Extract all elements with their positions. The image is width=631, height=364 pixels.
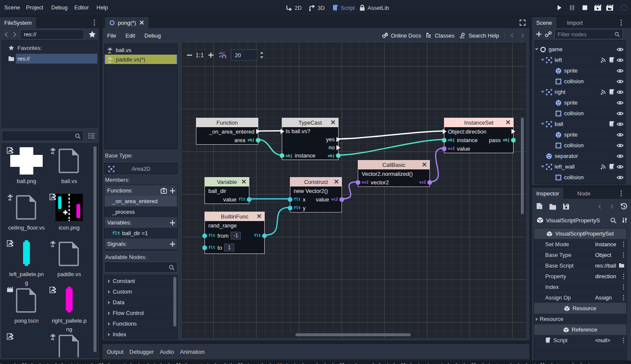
graph-node-function[interactable]: Function _on_area_entered area obj	[196, 118, 258, 145]
vec2-out-port[interactable]	[427, 180, 432, 185]
visualscript-graph-canvas[interactable]: 1:1 20 Function _on_area_entered area ob…	[182, 43, 526, 338]
mode-assetlib[interactable]: AssetLib	[359, 0, 389, 15]
script-icon[interactable]	[609, 57, 614, 63]
scene-tree-row[interactable]: left	[535, 55, 625, 65]
member-row[interactable]: flt _on_area_entered	[105, 196, 177, 207]
tab-filesystem[interactable]: FileSystem	[0, 17, 36, 28]
favorite-star-icon[interactable]	[88, 30, 96, 39]
node-category-row[interactable]: Data	[105, 297, 177, 308]
menu-project[interactable]: Project	[26, 0, 43, 15]
obj-out-port[interactable]	[511, 138, 516, 143]
mode-2d[interactable]: 2D	[286, 0, 302, 15]
collapse-arrow-icon[interactable]	[541, 123, 544, 125]
file-item[interactable]: vs ball.png	[5, 147, 48, 194]
to-value-input[interactable]: 1	[224, 244, 234, 251]
node-category-row[interactable]: Custom	[105, 286, 177, 297]
visibility-eye-icon[interactable]	[616, 121, 624, 127]
menu-help[interactable]: Help	[96, 0, 108, 15]
menu-debug[interactable]: Debug	[51, 0, 67, 15]
script-list-item[interactable]: vs paddle.vs(*)	[105, 55, 177, 64]
property-menu-icon[interactable]	[622, 241, 625, 248]
visibility-eye-icon[interactable]	[616, 143, 624, 149]
inspector-row[interactable]: Property direction	[534, 271, 626, 282]
script-menu-file[interactable]: File	[102, 32, 121, 39]
property-menu-icon[interactable]	[622, 252, 625, 258]
inspector-row[interactable]: Index	[534, 282, 626, 292]
res-root-row[interactable]: res://	[2, 53, 98, 64]
file-item[interactable]: vs left_pallete.png	[5, 240, 48, 287]
graph-horizontal-scrollbar[interactable]	[295, 333, 411, 336]
filter-nodes-input[interactable]: Filter nodes	[555, 29, 623, 39]
scene-tree-row[interactable]: collision	[535, 108, 625, 119]
visibility-eye-icon[interactable]	[616, 89, 624, 95]
flt-out-port[interactable]	[262, 233, 267, 238]
property-menu-icon[interactable]	[622, 273, 625, 280]
script-menu-edit[interactable]: Edit	[121, 32, 140, 39]
seq-out-port[interactable]	[256, 129, 260, 134]
visibility-eye-icon[interactable]	[616, 68, 624, 74]
script-history-forward-icon[interactable]	[520, 32, 525, 38]
script-menu-debug[interactable]: Debug	[140, 32, 165, 39]
scene-tree-row[interactable]: game	[535, 44, 625, 55]
scene-tree-row[interactable]: sprite	[535, 129, 625, 140]
property-tools-icon[interactable]	[622, 217, 628, 224]
path-input[interactable]: res://	[20, 29, 84, 40]
visibility-eye-icon[interactable]	[616, 57, 624, 63]
scene-tree-row[interactable]: sprite	[535, 97, 625, 108]
scene-tree-row[interactable]: sprite	[535, 65, 625, 76]
history-forward-icon[interactable]	[609, 204, 614, 210]
file-item[interactable]: vs	[5, 333, 48, 358]
graph-vertical-scrollbar[interactable]	[521, 118, 524, 214]
flt-in-port[interactable]	[202, 245, 207, 250]
flt-out-port[interactable]	[247, 197, 251, 202]
visibility-eye-icon[interactable]	[616, 100, 624, 106]
signal-icon[interactable]	[600, 89, 607, 95]
snap-toggle-icon[interactable]	[219, 52, 231, 59]
snap-value-input[interactable]: 20	[231, 50, 257, 61]
seq-in-port[interactable]	[443, 129, 447, 134]
scene-tree-row[interactable]: separator	[535, 151, 625, 161]
available-nodes-scrollbar[interactable]	[173, 277, 176, 326]
new-resource-icon[interactable]	[536, 203, 543, 210]
inspector-row[interactable]: Script <null>	[534, 335, 626, 346]
scene-tree-row[interactable]: collision	[535, 172, 625, 183]
add-node-icon[interactable]	[535, 31, 542, 38]
script-icon[interactable]	[609, 121, 614, 127]
pause-button[interactable]	[568, 3, 576, 12]
flt-in-port[interactable]	[288, 206, 292, 210]
visibility-eye-icon[interactable]	[616, 132, 624, 138]
scene-tree-row[interactable]: right	[535, 87, 625, 97]
override-function-icon[interactable]	[161, 188, 167, 194]
play-scene-button[interactable]	[593, 3, 602, 12]
file-item[interactable]: vs pong.tscn	[5, 287, 48, 334]
vec2-in-port[interactable]	[356, 180, 360, 185]
member-row[interactable]: flt Signals:	[105, 239, 177, 249]
visibility-eye-icon[interactable]	[616, 111, 624, 116]
script-list-item[interactable]: vs ball.vs	[105, 45, 177, 55]
obj-in-port[interactable]	[280, 153, 284, 158]
bottom-tab[interactable]: Output	[104, 349, 126, 355]
file-item[interactable]: vs	[48, 333, 91, 358]
node-category-row[interactable]: Functions	[105, 318, 177, 329]
close-node-icon[interactable]: ✕	[505, 119, 511, 126]
add-member-icon[interactable]	[169, 220, 175, 226]
zoom-reset-button[interactable]: 1:1	[196, 52, 207, 58]
inspector-row[interactable]: Set Mode Instance	[534, 239, 626, 250]
inspector-row[interactable]: Resource	[534, 314, 626, 324]
visibility-eye-icon[interactable]	[616, 79, 624, 84]
close-node-icon[interactable]: ✕	[421, 161, 428, 168]
play-custom-scene-button[interactable]	[605, 3, 614, 12]
vec2-out-port[interactable]	[339, 197, 344, 202]
zoom-in-icon[interactable]	[207, 52, 219, 58]
inspector-row[interactable]: Base Type Object	[534, 250, 626, 260]
file-item[interactable]: vs icon.png	[48, 194, 91, 241]
file-item[interactable]: vs right_pallete.png	[48, 287, 91, 334]
file-item[interactable]: vs ball.vs	[48, 147, 91, 194]
add-member-icon[interactable]	[169, 188, 175, 194]
history-back-icon[interactable]	[597, 204, 602, 210]
obj-out-port[interactable]	[256, 138, 260, 143]
graph-node-instanceset[interactable]: InstanceSet✕ Object:direction obj instan…	[444, 118, 514, 153]
close-node-icon[interactable]: ✕	[240, 178, 247, 185]
member-row[interactable]: flt _process	[105, 207, 177, 217]
graph-node-typecast[interactable]: TypeCast✕ Is ball.vs? yes no obj instanc…	[282, 118, 339, 160]
